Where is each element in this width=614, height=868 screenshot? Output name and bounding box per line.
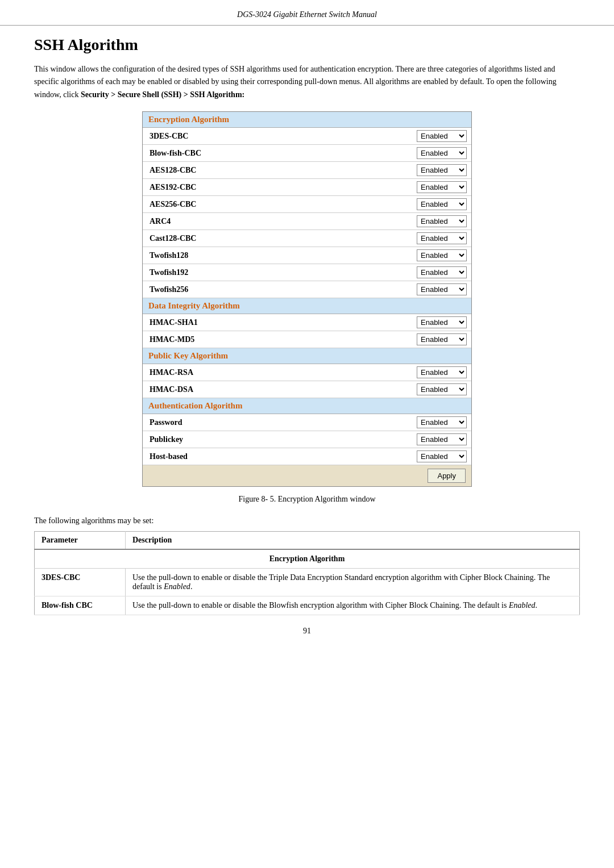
select-hmac-rsa[interactable]: EnabledDisabled [417,366,467,378]
algo-name-arc4: ARC4 [143,215,412,228]
algo-name-blowfish-cbc: Blow-fish-CBC [143,147,412,160]
row-hmac-md5: HMAC-MD5 EnabledDisabled [143,331,471,348]
algo-name-password: Password [143,416,412,429]
row-hmac-dsa: HMAC-DSA EnabledDisabled [143,381,471,398]
desc-row-blowfish: Blow-fish CBC Use the pull-down to enabl… [35,596,580,615]
table-header-parameter: Parameter [35,532,126,550]
row-aes192-cbc: AES192-CBC EnabledDisabled [143,179,471,196]
page-header: DGS-3024 Gigabit Ethernet Switch Manual [0,0,614,26]
select-twofish256[interactable]: EnabledDisabled [417,283,467,295]
data-integrity-algorithm-header: Data Integrity Algorithm [143,298,471,314]
public-key-algorithm-header: Public Key Algorithm [143,348,471,364]
desc-row-3des-cbc: 3DES-CBC Use the pull-down to enable or … [35,569,580,596]
algo-name-hmac-rsa: HMAC-RSA [143,366,412,379]
desc-intro: The following algorithms may be set: [34,516,580,525]
row-hmac-rsa: HMAC-RSA EnabledDisabled [143,364,471,381]
row-twofish192: Twofish192 EnabledDisabled [143,264,471,281]
select-cast128-cbc[interactable]: EnabledDisabled [417,232,467,244]
select-publickey[interactable]: EnabledDisabled [417,433,467,445]
figure-caption: Figure 8- 5. Encryption Algorithm window [34,495,580,504]
desc-3des-cbc: Use the pull-down to enable or disable t… [126,569,580,596]
algo-name-hmac-md5: HMAC-MD5 [143,333,412,347]
algo-name-host-based: Host-based [143,450,412,464]
select-arc4[interactable]: EnabledDisabled [417,215,467,227]
row-hmac-sha1: HMAC-SHA1 EnabledDisabled [143,314,471,331]
algo-name-hmac-dsa: HMAC-DSA [143,383,412,397]
algo-name-cast128-cbc: Cast128-CBC [143,232,412,245]
row-password: Password EnabledDisabled [143,414,471,431]
row-blowfish-cbc: Blow-fish-CBC EnabledDisabled [143,145,471,162]
row-cast128-cbc: Cast128-CBC EnabledDisabled [143,230,471,247]
algo-name-aes256-cbc: AES256-CBC [143,198,412,211]
algo-name-3des-cbc: 3DES-CBC [143,130,412,143]
select-aes128-cbc[interactable]: EnabledDisabled [417,164,467,176]
row-aes256-cbc: AES256-CBC EnabledDisabled [143,196,471,213]
description-table: Parameter Description Encryption Algorit… [34,531,580,615]
intro-bold: Security > Secure Shell (SSH) > SSH Algo… [81,90,244,99]
select-aes256-cbc[interactable]: EnabledDisabled [417,198,467,210]
algo-name-twofish192: Twofish192 [143,266,412,279]
select-hmac-sha1[interactable]: EnabledDisabled [417,316,467,328]
algo-name-publickey: Publickey [143,433,412,446]
row-publickey: Publickey EnabledDisabled [143,431,471,448]
select-hmac-md5[interactable]: EnabledDisabled [417,333,467,345]
table-header-description: Description [126,532,580,550]
apply-row: Apply [143,465,471,486]
select-host-based[interactable]: EnabledDisabled [417,450,467,462]
algo-name-twofish128: Twofish128 [143,249,412,262]
param-blowfish: Blow-fish CBC [35,596,126,615]
select-aes192-cbc[interactable]: EnabledDisabled [417,181,467,193]
encryption-algorithm-header: Encryption Algorithm [143,112,471,128]
page-title: SSH Algorithm [34,36,580,54]
select-blowfish-cbc[interactable]: EnabledDisabled [417,147,467,159]
algorithm-config-table: Encryption Algorithm 3DES-CBC EnabledDis… [142,111,472,487]
header-title: DGS-3024 Gigabit Ethernet Switch Manual [237,10,377,19]
select-twofish128[interactable]: EnabledDisabled [417,249,467,261]
desc-blowfish: Use the pull-down to enable or disable t… [126,596,580,615]
algo-name-aes192-cbc: AES192-CBC [143,181,412,194]
select-twofish192[interactable]: EnabledDisabled [417,266,467,278]
algo-name-twofish256: Twofish256 [143,283,412,297]
authentication-algorithm-header: Authentication Algorithm [143,398,471,414]
row-arc4: ARC4 EnabledDisabled [143,213,471,230]
algo-name-hmac-sha1: HMAC-SHA1 [143,316,412,329]
desc-section-encryption: Encryption Algorithm [35,549,580,569]
row-twofish128: Twofish128 EnabledDisabled [143,247,471,264]
apply-button[interactable]: Apply [428,469,466,483]
select-3des-cbc[interactable]: EnabledDisabled [417,130,467,142]
select-wrap-3des-cbc: EnabledDisabled [412,128,471,144]
row-3des-cbc: 3DES-CBC EnabledDisabled [143,128,471,145]
algo-name-aes128-cbc: AES128-CBC [143,164,412,177]
select-password[interactable]: EnabledDisabled [417,416,467,428]
page-number: 91 [34,627,580,636]
row-twofish256: Twofish256 EnabledDisabled [143,281,471,298]
intro-paragraph: This window allows the configuration of … [34,63,580,101]
row-aes128-cbc: AES128-CBC EnabledDisabled [143,162,471,179]
param-3des-cbc: 3DES-CBC [35,569,126,596]
row-host-based: Host-based EnabledDisabled [143,448,471,465]
select-hmac-dsa[interactable]: EnabledDisabled [417,383,467,395]
